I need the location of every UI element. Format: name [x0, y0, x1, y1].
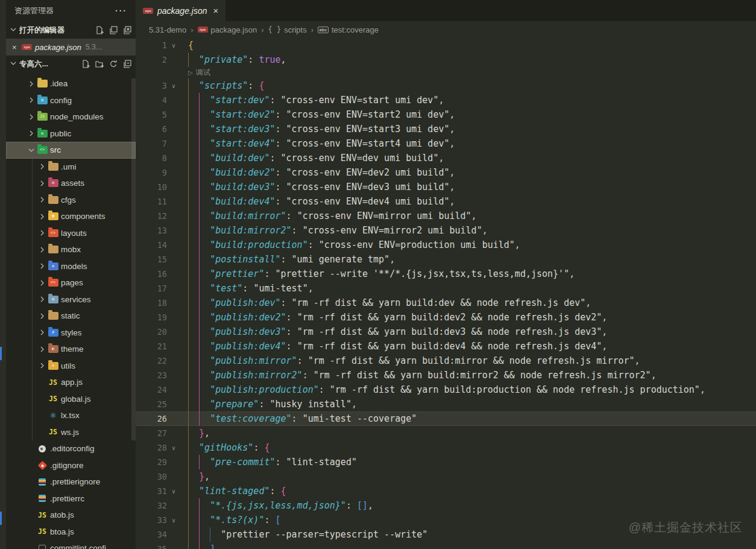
sidebar-scrollbar[interactable] — [131, 78, 136, 440]
chevron-right-icon[interactable] — [37, 162, 47, 171]
fold-chevron-icon[interactable]: ∨ — [167, 488, 180, 495]
chevron-right-icon[interactable] — [27, 79, 36, 89]
fold-chevron-icon[interactable]: ∨ — [167, 83, 180, 89]
code-line-31[interactable]: 31∨ "lint-staged": { — [136, 484, 756, 498]
tree-item-theme[interactable]: ◐theme — [6, 341, 136, 358]
tree-item-commitlint-confi[interactable]: commitlint.confi — [6, 540, 136, 549]
chevron-right-icon[interactable] — [37, 179, 47, 188]
tree-item--umi[interactable]: .umi — [6, 159, 136, 176]
tree-item-node-modules[interactable]: JSnode_modules — [6, 109, 136, 125]
refresh-icon[interactable] — [109, 59, 118, 69]
code-line-13[interactable]: 13 "build:mirror2": "cross-env ENV=mirro… — [136, 223, 756, 238]
code-line-32[interactable]: 32 "*.{js,jsx,less,md,json}": [], — [136, 498, 756, 513]
project-section-header[interactable]: 专高六... — [6, 56, 136, 72]
code-line-4[interactable]: 4 "start:dev": "cross-env ENV=start umi … — [136, 93, 756, 107]
code-line-18[interactable]: 18 "publish:dev": "rm -rf dist && yarn b… — [136, 296, 756, 310]
chevron-right-icon[interactable] — [37, 278, 47, 288]
tree-item--gitignore[interactable]: .gitignore — [6, 457, 136, 474]
chevron-right-icon[interactable] — [27, 112, 36, 122]
chevron-down-icon[interactable] — [27, 145, 36, 155]
code-line-30[interactable]: 30 }, — [136, 469, 756, 484]
more-actions-icon[interactable]: ··· — [115, 6, 127, 16]
close-icon[interactable]: × — [12, 43, 22, 52]
code-line-16[interactable]: 16 "prettier": "prettier --write '**/*.{… — [136, 267, 756, 281]
code-line-27[interactable]: 27 }, — [136, 426, 756, 440]
tree-item--prettierrc[interactable]: .prettierrc — [6, 490, 136, 507]
code-line-10[interactable]: 10 "build:dev3": "cross-env ENV=dev3 umi… — [136, 180, 756, 194]
chevron-right-icon[interactable] — [37, 344, 47, 354]
code-line-26[interactable]: 26 "test:coverage": "umi-test --coverage… — [136, 411, 756, 426]
code-line-3[interactable]: 3∨ "scripts": { — [136, 78, 756, 93]
code-line-5[interactable]: 5 "start:dev2": "cross-env ENV=start2 um… — [136, 107, 756, 122]
tree-item-pages[interactable]: <>pages — [6, 274, 136, 291]
tree-item-public[interactable]: ♻public — [6, 125, 136, 142]
code-line-2[interactable]: 2 "private": true, — [136, 52, 756, 67]
code-line-11[interactable]: 11 "build:dev4": "cross-env ENV=dev4 umi… — [136, 194, 756, 209]
code-line-28[interactable]: 28∨ "gitHooks": { — [136, 440, 756, 455]
code-editor[interactable]: 1∨{2 "private": true,▷调试3∨ "scripts": {4… — [136, 38, 756, 549]
code-line-17[interactable]: 17 "test": "umi-test", — [136, 281, 756, 296]
breadcrumb-item-scripts[interactable]: { } scripts — [268, 25, 306, 34]
breadcrumb-item-file[interactable]: npm package.json — [198, 25, 257, 34]
chevron-right-icon[interactable] — [37, 328, 47, 337]
tree-item-services[interactable]: ⚙services — [6, 291, 136, 308]
new-file-icon[interactable] — [81, 59, 90, 69]
tree-item-utils[interactable]: ⚒utils — [6, 358, 136, 375]
chevron-right-icon[interactable] — [37, 195, 47, 205]
code-line-8[interactable]: 8 "build:dev": "cross-env ENV=dev umi bu… — [136, 151, 756, 165]
chevron-right-icon[interactable] — [37, 311, 47, 321]
tree-item-lx-tsx[interactable]: ⚛lx.tsx — [6, 407, 136, 424]
code-line-20[interactable]: 20 "publish:dev3": "rm -rf dist && yarn … — [136, 325, 756, 339]
code-line-35[interactable]: 35 ] — [136, 542, 756, 549]
tree-item--idea[interactable]: .idea — [6, 75, 136, 92]
tree-item-atob-js[interactable]: JSatob.js — [6, 507, 136, 524]
tree-item-components[interactable]: ▣components — [6, 208, 136, 225]
open-editors-header[interactable]: 打开的编辑器 — [6, 22, 136, 39]
tree-item--prettierignore[interactable]: .prettierignore — [6, 474, 136, 490]
chevron-right-icon[interactable] — [37, 294, 47, 304]
chevron-right-icon[interactable] — [37, 261, 47, 271]
collapse-all-icon[interactable] — [122, 59, 132, 69]
new-untitled-file-icon[interactable] — [95, 25, 104, 35]
tree-item--editorconfig[interactable]: .editorconfig — [6, 440, 136, 457]
code-line-7[interactable]: 7 "start:dev4": "cross-env ENV=start4 um… — [136, 136, 756, 151]
tree-item-app-js[interactable]: JSapp.js — [6, 374, 136, 391]
fold-chevron-icon[interactable]: ∨ — [167, 445, 180, 451]
breadcrumb-item-project[interactable]: 5.31-demo — [149, 25, 186, 34]
new-folder-icon[interactable] — [95, 59, 104, 69]
breadcrumb-item-test-coverage[interactable]: abc test:coverage — [318, 25, 379, 34]
tree-item-cfgs[interactable]: cfgs — [6, 192, 136, 209]
code-line-23[interactable]: 23 "publish:mirror2": "rm -rf dist && ya… — [136, 368, 756, 382]
code-line-29[interactable]: 29 "pre-commit": "lint-staged" — [136, 455, 756, 469]
code-line-12[interactable]: 12 "build:mirror": "cross-env ENV=mirror… — [136, 209, 756, 223]
tree-item-assets[interactable]: ⚙assets — [6, 175, 136, 192]
code-line-25[interactable]: 25 "prepare": "husky install", — [136, 397, 756, 411]
chevron-right-icon[interactable] — [27, 129, 36, 138]
chevron-right-icon[interactable] — [37, 212, 47, 221]
code-line-24[interactable]: 24 "publish:production": "rm -rf dist &&… — [136, 382, 756, 397]
chevron-right-icon[interactable] — [37, 245, 47, 255]
close-icon[interactable]: × — [213, 5, 219, 16]
chevron-right-icon[interactable] — [37, 228, 47, 238]
codelens-debug[interactable]: ▷调试 — [136, 67, 756, 78]
tree-item-mobx[interactable]: mobx — [6, 241, 136, 258]
tree-item-models[interactable]: ❖models — [6, 258, 136, 275]
open-editor-item-package-json[interactable]: × npm package.json 5.3... — [6, 39, 136, 56]
code-line-1[interactable]: 1∨{ — [136, 38, 756, 52]
fold-chevron-icon[interactable]: ∨ — [167, 517, 180, 524]
code-line-19[interactable]: 19 "publish:dev2": "rm -rf dist && yarn … — [136, 310, 756, 325]
code-line-14[interactable]: 14 "build:production": "cross-env ENV=pr… — [136, 238, 756, 252]
code-line-9[interactable]: 9 "build:dev2": "cross-env ENV=dev2 umi … — [136, 165, 756, 180]
code-line-21[interactable]: 21 "publish:dev4": "rm -rf dist && yarn … — [136, 339, 756, 354]
tree-item-config[interactable]: ⚙config — [6, 92, 136, 109]
tree-item-styles[interactable]: #styles — [6, 325, 136, 341]
code-line-15[interactable]: 15 "postinstall": "umi generate tmp", — [136, 252, 756, 267]
chevron-right-icon[interactable] — [27, 95, 36, 105]
fold-chevron-icon[interactable]: ∨ — [167, 42, 180, 49]
tree-item-src[interactable]: <>src — [6, 142, 136, 159]
tree-item-static[interactable]: static — [6, 308, 136, 325]
code-line-6[interactable]: 6 "start:dev3": "cross-env ENV=start3 um… — [136, 122, 756, 136]
tab-package-json[interactable]: npm package.json × — [136, 0, 225, 21]
close-all-editors-icon[interactable] — [122, 25, 132, 35]
chevron-right-icon[interactable] — [37, 361, 47, 370]
